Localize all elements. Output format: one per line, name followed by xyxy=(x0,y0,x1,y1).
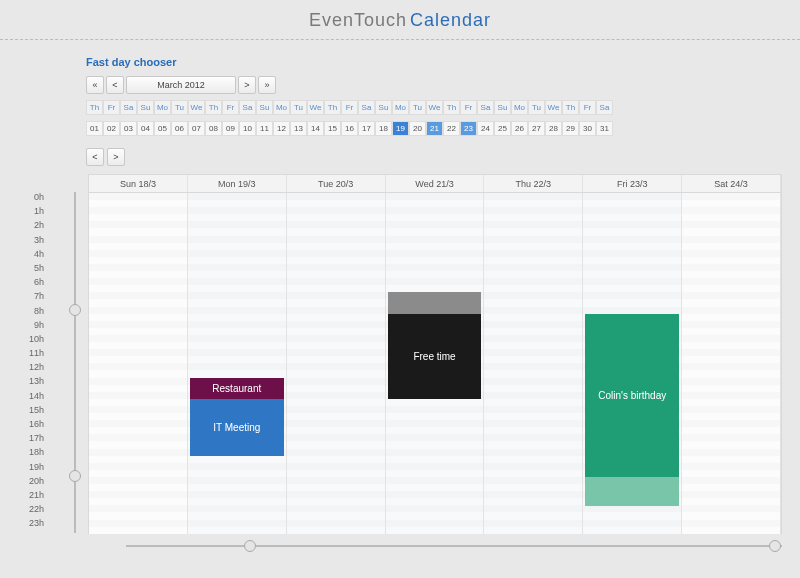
day-cell[interactable]: 01 xyxy=(86,121,103,136)
day-cell[interactable]: 21 xyxy=(426,121,443,136)
day-cell[interactable]: 04 xyxy=(137,121,154,136)
dow-cell: Th xyxy=(562,100,579,115)
day-column[interactable] xyxy=(287,193,386,534)
grid-body[interactable]: RestaurantIT MeetingFree timeColin's bir… xyxy=(89,193,781,534)
dow-cell: Tu xyxy=(171,100,188,115)
day-header[interactable]: Sun 18/3 xyxy=(89,175,188,192)
day-cell[interactable]: 28 xyxy=(545,121,562,136)
hour-label: 4h xyxy=(18,249,48,263)
day-cell[interactable]: 17 xyxy=(358,121,375,136)
day-cell[interactable]: 26 xyxy=(511,121,528,136)
day-header[interactable]: Mon 19/3 xyxy=(188,175,287,192)
day-cell[interactable]: 10 xyxy=(239,121,256,136)
dow-cell: Su xyxy=(137,100,154,115)
day-cell[interactable]: 16 xyxy=(341,121,358,136)
day-cell[interactable]: 15 xyxy=(324,121,341,136)
dow-cell: Sa xyxy=(477,100,494,115)
dow-row: ThFrSaSuMoTuWeThFrSaSuMoTuWeThFrSaSuMoTu… xyxy=(86,100,782,115)
day-cell[interactable]: 08 xyxy=(205,121,222,136)
hour-label: 8h xyxy=(18,306,48,320)
vertical-slider-handle-bottom[interactable] xyxy=(69,470,81,482)
day-cell[interactable]: 12 xyxy=(273,121,290,136)
horizontal-range-slider[interactable] xyxy=(126,542,782,550)
day-row: 0102030405060708091011121314151617181920… xyxy=(86,121,782,136)
dow-cell: Sa xyxy=(239,100,256,115)
event[interactable] xyxy=(388,292,482,313)
week-prev-button[interactable]: < xyxy=(86,148,104,166)
hour-label: 7h xyxy=(18,291,48,305)
hour-label: 13h xyxy=(18,376,48,390)
vertical-slider-handle-top[interactable] xyxy=(69,304,81,316)
day-header[interactable]: Wed 21/3 xyxy=(386,175,485,192)
event[interactable]: Colin's birthday xyxy=(585,314,679,477)
day-column[interactable]: RestaurantIT Meeting xyxy=(188,193,287,534)
day-cell[interactable]: 22 xyxy=(443,121,460,136)
day-column[interactable]: Free time xyxy=(386,193,485,534)
day-cell[interactable]: 02 xyxy=(103,121,120,136)
event[interactable]: Free time xyxy=(388,314,482,399)
day-cell[interactable]: 03 xyxy=(120,121,137,136)
day-cell[interactable]: 20 xyxy=(409,121,426,136)
dow-cell: Mo xyxy=(392,100,409,115)
fast-day-chooser: « < March 2012 > » ThFrSaSuMoTuWeThFrSaS… xyxy=(18,76,782,136)
event[interactable]: Restaurant xyxy=(190,378,284,399)
hour-label: 9h xyxy=(18,320,48,334)
day-column[interactable] xyxy=(484,193,583,534)
event[interactable]: IT Meeting xyxy=(190,399,284,456)
day-header[interactable]: Sat 24/3 xyxy=(682,175,781,192)
day-cell[interactable]: 30 xyxy=(579,121,596,136)
day-cell[interactable]: 29 xyxy=(562,121,579,136)
hour-label: 17h xyxy=(18,433,48,447)
month-first-button[interactable]: « xyxy=(86,76,104,94)
horizontal-slider-handle-left[interactable] xyxy=(244,540,256,552)
hour-label: 2h xyxy=(18,220,48,234)
hour-labels: 0h1h2h3h4h5h6h7h8h9h10h11h12h13h14h15h16… xyxy=(18,192,48,533)
week-next-button[interactable]: > xyxy=(107,148,125,166)
day-header[interactable]: Tue 20/3 xyxy=(287,175,386,192)
day-cell[interactable]: 13 xyxy=(290,121,307,136)
dow-cell: Tu xyxy=(290,100,307,115)
dow-cell: Tu xyxy=(409,100,426,115)
hour-label: 11h xyxy=(18,348,48,362)
dow-cell: Tu xyxy=(528,100,545,115)
hslider-track xyxy=(126,545,782,547)
hour-label: 0h xyxy=(18,192,48,206)
day-cell[interactable]: 24 xyxy=(477,121,494,136)
day-cell[interactable]: 11 xyxy=(256,121,273,136)
dow-cell: Su xyxy=(375,100,392,115)
horizontal-slider-handle-right[interactable] xyxy=(769,540,781,552)
day-cell[interactable]: 05 xyxy=(154,121,171,136)
dow-cell: Su xyxy=(256,100,273,115)
day-header[interactable]: Thu 22/3 xyxy=(484,175,583,192)
hour-label: 1h xyxy=(18,206,48,220)
calendar-grid: Sun 18/3Mon 19/3Tue 20/3Wed 21/3Thu 22/3… xyxy=(88,174,782,534)
day-cell[interactable]: 27 xyxy=(528,121,545,136)
hour-label: 10h xyxy=(18,334,48,348)
event[interactable] xyxy=(585,477,679,505)
day-cell[interactable]: 18 xyxy=(375,121,392,136)
day-cell[interactable]: 06 xyxy=(171,121,188,136)
day-header[interactable]: Fri 23/3 xyxy=(583,175,682,192)
dow-cell: Mo xyxy=(511,100,528,115)
day-cell[interactable]: 31 xyxy=(596,121,613,136)
day-cell[interactable]: 23 xyxy=(460,121,477,136)
month-last-button[interactable]: » xyxy=(258,76,276,94)
hour-label: 15h xyxy=(18,405,48,419)
month-prev-button[interactable]: < xyxy=(106,76,124,94)
day-cell[interactable]: 19 xyxy=(392,121,409,136)
day-cell[interactable]: 09 xyxy=(222,121,239,136)
month-label[interactable]: March 2012 xyxy=(126,76,236,94)
day-cell[interactable]: 07 xyxy=(188,121,205,136)
dow-cell: Fr xyxy=(222,100,239,115)
app-header: EvenTouch Calendar xyxy=(0,0,800,40)
day-column[interactable] xyxy=(89,193,188,534)
vertical-range-slider[interactable] xyxy=(74,192,76,533)
day-cell[interactable]: 25 xyxy=(494,121,511,136)
dow-cell: Sa xyxy=(120,100,137,115)
day-cell[interactable]: 14 xyxy=(307,121,324,136)
day-column[interactable] xyxy=(682,193,781,534)
hour-label: 23h xyxy=(18,518,48,532)
dow-cell: Th xyxy=(443,100,460,115)
day-column[interactable]: Colin's birthday xyxy=(583,193,682,534)
month-next-button[interactable]: > xyxy=(238,76,256,94)
